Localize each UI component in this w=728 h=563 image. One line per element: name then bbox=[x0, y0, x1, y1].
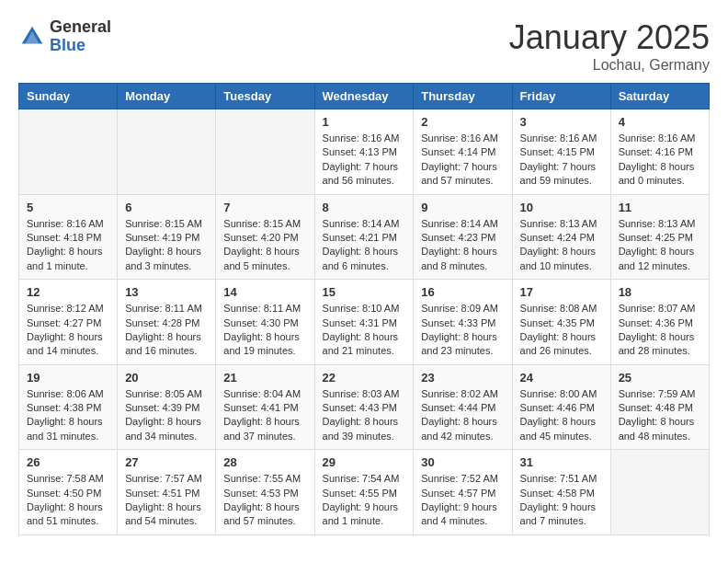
day-info: Sunrise: 7:52 AMSunset: 4:57 PMDaylight:… bbox=[421, 472, 504, 529]
calendar-week-row: 19Sunrise: 8:06 AMSunset: 4:38 PMDayligh… bbox=[19, 364, 710, 450]
day-number: 13 bbox=[125, 285, 208, 299]
day-of-week-header: Tuesday bbox=[216, 84, 314, 109]
calendar-day-cell: 30Sunrise: 7:52 AMSunset: 4:57 PMDayligh… bbox=[414, 450, 512, 535]
day-number: 21 bbox=[223, 371, 306, 385]
day-number: 26 bbox=[27, 455, 109, 469]
day-info: Sunrise: 7:55 AMSunset: 4:53 PMDaylight:… bbox=[223, 472, 306, 529]
day-info: Sunrise: 8:14 AMSunset: 4:21 PMDaylight:… bbox=[323, 217, 406, 274]
day-number: 7 bbox=[223, 201, 306, 214]
calendar-day-cell: 20Sunrise: 8:05 AMSunset: 4:39 PMDayligh… bbox=[118, 364, 216, 450]
logo-blue-text: Blue bbox=[50, 37, 111, 55]
day-number: 11 bbox=[619, 201, 701, 214]
calendar-day-cell: 26Sunrise: 7:58 AMSunset: 4:50 PMDayligh… bbox=[19, 450, 118, 535]
calendar-day-cell: 16Sunrise: 8:09 AMSunset: 4:33 PMDayligh… bbox=[414, 280, 512, 365]
day-of-week-header: Monday bbox=[118, 84, 216, 109]
calendar-day-cell bbox=[216, 109, 314, 195]
calendar-day-cell: 8Sunrise: 8:14 AMSunset: 4:21 PMDaylight… bbox=[314, 194, 414, 280]
day-of-week-header: Thursday bbox=[414, 84, 512, 109]
calendar-day-cell: 31Sunrise: 7:51 AMSunset: 4:58 PMDayligh… bbox=[512, 450, 610, 535]
day-info: Sunrise: 8:13 AMSunset: 4:25 PMDaylight:… bbox=[619, 217, 701, 274]
day-number: 18 bbox=[619, 285, 701, 299]
day-number: 28 bbox=[223, 455, 306, 469]
calendar-day-cell: 15Sunrise: 8:10 AMSunset: 4:31 PMDayligh… bbox=[314, 280, 414, 365]
day-number: 8 bbox=[323, 201, 406, 214]
day-info: Sunrise: 8:13 AMSunset: 4:24 PMDaylight:… bbox=[520, 217, 603, 274]
calendar-day-cell: 24Sunrise: 8:00 AMSunset: 4:46 PMDayligh… bbox=[512, 364, 610, 450]
day-info: Sunrise: 7:58 AMSunset: 4:50 PMDaylight:… bbox=[27, 472, 109, 529]
day-info: Sunrise: 8:09 AMSunset: 4:33 PMDaylight:… bbox=[421, 302, 504, 359]
day-number: 4 bbox=[619, 115, 701, 129]
calendar-day-cell: 6Sunrise: 8:15 AMSunset: 4:19 PMDaylight… bbox=[118, 194, 216, 280]
day-of-week-header: Friday bbox=[512, 84, 610, 109]
calendar-day-cell: 18Sunrise: 8:07 AMSunset: 4:36 PMDayligh… bbox=[610, 280, 709, 365]
calendar-day-cell bbox=[19, 109, 118, 195]
day-number: 31 bbox=[520, 455, 603, 469]
calendar-day-cell: 9Sunrise: 8:14 AMSunset: 4:23 PMDaylight… bbox=[414, 194, 512, 280]
day-number: 16 bbox=[421, 285, 504, 299]
day-info: Sunrise: 8:15 AMSunset: 4:20 PMDaylight:… bbox=[223, 217, 306, 274]
day-number: 20 bbox=[125, 371, 208, 385]
day-info: Sunrise: 7:51 AMSunset: 4:58 PMDaylight:… bbox=[520, 472, 603, 529]
calendar-table: SundayMondayTuesdayWednesdayThursdayFrid… bbox=[18, 83, 710, 535]
day-number: 14 bbox=[223, 285, 306, 299]
calendar-day-cell: 19Sunrise: 8:06 AMSunset: 4:38 PMDayligh… bbox=[19, 364, 118, 450]
day-info: Sunrise: 8:11 AMSunset: 4:30 PMDaylight:… bbox=[223, 302, 306, 359]
day-info: Sunrise: 8:16 AMSunset: 4:16 PMDaylight:… bbox=[619, 132, 701, 189]
day-number: 25 bbox=[619, 371, 701, 385]
day-number: 10 bbox=[520, 201, 603, 214]
calendar-day-cell: 4Sunrise: 8:16 AMSunset: 4:16 PMDaylight… bbox=[610, 109, 709, 195]
day-number: 6 bbox=[125, 201, 208, 214]
calendar-day-cell: 28Sunrise: 7:55 AMSunset: 4:53 PMDayligh… bbox=[216, 450, 314, 535]
calendar-day-cell: 2Sunrise: 8:16 AMSunset: 4:14 PMDaylight… bbox=[414, 109, 512, 195]
logo-icon bbox=[18, 23, 46, 51]
calendar-week-row: 26Sunrise: 7:58 AMSunset: 4:50 PMDayligh… bbox=[19, 450, 710, 535]
day-info: Sunrise: 8:08 AMSunset: 4:35 PMDaylight:… bbox=[520, 302, 603, 359]
day-info: Sunrise: 8:16 AMSunset: 4:14 PMDaylight:… bbox=[421, 132, 504, 189]
day-info: Sunrise: 8:11 AMSunset: 4:28 PMDaylight:… bbox=[125, 302, 208, 359]
calendar-day-cell: 12Sunrise: 8:12 AMSunset: 4:27 PMDayligh… bbox=[19, 280, 118, 365]
day-info: Sunrise: 7:57 AMSunset: 4:51 PMDaylight:… bbox=[125, 472, 208, 529]
day-number: 5 bbox=[27, 201, 109, 214]
calendar-day-cell: 23Sunrise: 8:02 AMSunset: 4:44 PMDayligh… bbox=[414, 364, 512, 450]
calendar-day-cell: 7Sunrise: 8:15 AMSunset: 4:20 PMDaylight… bbox=[216, 194, 314, 280]
calendar-day-cell bbox=[610, 450, 709, 535]
day-number: 12 bbox=[27, 285, 109, 299]
calendar-day-cell: 17Sunrise: 8:08 AMSunset: 4:35 PMDayligh… bbox=[512, 280, 610, 365]
day-number: 27 bbox=[125, 455, 208, 469]
day-number: 22 bbox=[323, 371, 406, 385]
logo-text: General Blue bbox=[50, 18, 111, 55]
day-number: 30 bbox=[421, 455, 504, 469]
calendar-day-cell: 25Sunrise: 7:59 AMSunset: 4:48 PMDayligh… bbox=[610, 364, 709, 450]
day-info: Sunrise: 8:12 AMSunset: 4:27 PMDaylight:… bbox=[27, 302, 109, 359]
day-number: 3 bbox=[520, 115, 603, 129]
calendar-day-cell: 14Sunrise: 8:11 AMSunset: 4:30 PMDayligh… bbox=[216, 280, 314, 365]
day-info: Sunrise: 8:10 AMSunset: 4:31 PMDaylight:… bbox=[323, 302, 406, 359]
day-info: Sunrise: 8:16 AMSunset: 4:13 PMDaylight:… bbox=[323, 132, 406, 189]
calendar-day-cell: 29Sunrise: 7:54 AMSunset: 4:55 PMDayligh… bbox=[314, 450, 414, 535]
day-info: Sunrise: 8:16 AMSunset: 4:18 PMDaylight:… bbox=[27, 217, 109, 274]
day-number: 1 bbox=[323, 115, 406, 129]
day-info: Sunrise: 8:03 AMSunset: 4:43 PMDaylight:… bbox=[323, 387, 406, 444]
day-info: Sunrise: 8:04 AMSunset: 4:41 PMDaylight:… bbox=[223, 387, 306, 444]
day-info: Sunrise: 8:16 AMSunset: 4:15 PMDaylight:… bbox=[520, 132, 603, 189]
day-info: Sunrise: 8:06 AMSunset: 4:38 PMDaylight:… bbox=[27, 387, 109, 444]
calendar-day-cell bbox=[118, 109, 216, 195]
day-number: 23 bbox=[421, 371, 504, 385]
day-number: 29 bbox=[323, 455, 406, 469]
calendar-day-cell: 1Sunrise: 8:16 AMSunset: 4:13 PMDaylight… bbox=[314, 109, 414, 195]
day-number: 19 bbox=[27, 371, 109, 385]
page-header: General Blue January 2025 Lochau, German… bbox=[18, 18, 710, 74]
day-info: Sunrise: 8:07 AMSunset: 4:36 PMDaylight:… bbox=[619, 302, 701, 359]
day-number: 9 bbox=[421, 201, 504, 214]
logo: General Blue bbox=[18, 18, 111, 55]
calendar-week-row: 1Sunrise: 8:16 AMSunset: 4:13 PMDaylight… bbox=[19, 109, 710, 195]
calendar-day-cell: 22Sunrise: 8:03 AMSunset: 4:43 PMDayligh… bbox=[314, 364, 414, 450]
calendar-day-cell: 27Sunrise: 7:57 AMSunset: 4:51 PMDayligh… bbox=[118, 450, 216, 535]
calendar-week-row: 12Sunrise: 8:12 AMSunset: 4:27 PMDayligh… bbox=[19, 280, 710, 365]
calendar-week-row: 5Sunrise: 8:16 AMSunset: 4:18 PMDaylight… bbox=[19, 194, 710, 280]
day-of-week-header: Sunday bbox=[19, 84, 118, 109]
day-info: Sunrise: 7:54 AMSunset: 4:55 PMDaylight:… bbox=[323, 472, 406, 529]
calendar-day-cell: 13Sunrise: 8:11 AMSunset: 4:28 PMDayligh… bbox=[118, 280, 216, 365]
location-subtitle: Lochau, Germany bbox=[509, 57, 710, 74]
day-of-week-header: Wednesday bbox=[314, 84, 414, 109]
